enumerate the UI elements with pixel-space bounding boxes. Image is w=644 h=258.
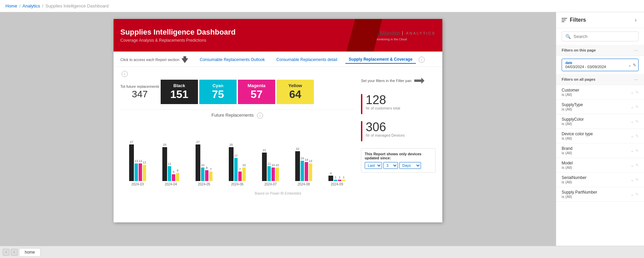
filters-header: Filters ›: [556, 12, 644, 28]
bar-cy-5: 15: [301, 157, 304, 181]
filter-item-serialnumber[interactable]: SerialNumber is (All) ⌄ ✎: [556, 173, 644, 187]
next-page-btn[interactable]: ›: [11, 249, 18, 256]
bar-group-3: 25 17 7 10 2024-06: [222, 123, 253, 186]
filters-title: Filters: [562, 17, 586, 23]
tab-consumable-detail[interactable]: Consumable Replacements detail: [273, 56, 340, 63]
bar-mg-0: 13: [139, 159, 142, 181]
tab-supply-coverage[interactable]: Supply Replacement & Coverage: [345, 56, 416, 64]
prev-page-btn[interactable]: ‹: [3, 249, 9, 256]
stat-magenta: Magenta 57: [238, 80, 275, 104]
bar-bk-4: 21: [262, 148, 267, 181]
bar-bk-2: 27: [196, 140, 200, 181]
bar-mg-6: 1: [338, 176, 341, 181]
bar-yw-2: 7: [209, 167, 213, 181]
breadcrumb-sep2: /: [42, 3, 43, 8]
filter-lines-icon: [562, 18, 567, 22]
bars-1: 25 11 5 6: [162, 123, 179, 181]
supplycolor-chevron: ⌄: [631, 120, 633, 123]
logo-analytics: ANALYTICS: [402, 31, 436, 35]
bar-bk-5: 22: [295, 147, 300, 181]
bar-yw-4: 10: [276, 163, 279, 181]
bars-2: 27 10 8 7: [196, 123, 213, 181]
bars-3: 25 17 7 10: [229, 123, 246, 181]
bar-cy-3: 17: [234, 154, 238, 181]
breadcrumb-home[interactable]: Home: [5, 3, 17, 8]
bars-6: 4 1 1 1: [328, 123, 345, 181]
serialnumber-chevron: ⌄: [631, 178, 633, 182]
dashboard-subtitle: Coverage Analysis & Replacements Predict…: [120, 38, 236, 43]
logo-brand: mps/Monitor: [366, 30, 400, 37]
this-page-actions: ···: [633, 47, 639, 53]
logo-bars: [354, 29, 362, 41]
customers-stat: 128 Nr of customers total: [361, 94, 436, 114]
breadcrumb-current: Supplies Intelligence Dashboard: [45, 3, 108, 8]
bar-group-6: 4 1 1 1 2024-09: [321, 123, 353, 186]
breadcrumb-sep1: /: [19, 3, 21, 8]
breadcrumb: Home / Analytics / Supplies Intelligence…: [0, 0, 644, 12]
breadcrumb-analytics[interactable]: Analytics: [22, 3, 40, 8]
supplycolor-lock: ✎: [636, 119, 639, 124]
bars-4: 21 11 10 10: [262, 123, 279, 181]
customers-values: 128 Nr of customers total: [366, 94, 400, 110]
days-unit-select[interactable]: Days Weeks: [399, 162, 421, 169]
bar-mg-1: 5: [172, 170, 175, 181]
right-panel: Set your filters in the Filter pan 128 N…: [361, 71, 436, 186]
filter-item-customer[interactable]: Customer is (All) ⌄ ✎: [556, 85, 644, 100]
filters-panel: Filters › 🔍 Filters on this page ··· dat…: [556, 12, 644, 258]
left-content: i Tot future replacements 347 Black 151: [120, 71, 354, 186]
nav-section: Click to access each Report section Cons…: [114, 52, 442, 67]
header-text: Supplies Intelligence Dashboard Coverage…: [120, 28, 236, 43]
date-filter[interactable]: date 04/03/2024 - 03/09/2024 ⌄ ✎: [562, 59, 639, 71]
filter-hint-arrow: [414, 78, 424, 84]
bar-group-0: 27 13 13 12 2024-03: [122, 123, 153, 186]
chart-info-icon[interactable]: i: [257, 113, 263, 119]
filter-item-supplytype[interactable]: SupplyType is (All) ⌄ ✎: [556, 100, 644, 114]
supplypartnumber-lock: ✎: [636, 192, 639, 197]
chart-section: Future Replacements i 27 13 13: [120, 110, 354, 186]
stat-black: Black 151: [161, 80, 198, 104]
update-controls: Last 3 7 14 30 Days Weeks: [365, 162, 432, 169]
dashboard-header: Supplies Intelligence Dashboard Coverage…: [114, 19, 442, 52]
last-select[interactable]: Last: [365, 162, 382, 169]
filter-item-supplypartnumber[interactable]: Supply PartNumber is (All) ⌄ ✎: [556, 187, 644, 202]
devicecolortype-chevron: ⌄: [631, 134, 633, 138]
search-box[interactable]: 🔍: [562, 32, 639, 41]
bar-cy-6: 1: [334, 176, 337, 181]
filters-collapse-button[interactable]: ›: [633, 16, 639, 24]
brand-chevron: ⌄: [631, 149, 633, 153]
logo-area: mps/Monitor ANALYTICS Printer Monitoring…: [354, 19, 436, 52]
filter-item-brand[interactable]: Brand is (All) ⌄ ✎: [556, 143, 644, 158]
all-pages-more-btn[interactable]: ···: [633, 77, 639, 82]
bar-group-1: 25 11 5 6 2024-04: [155, 123, 186, 186]
date-dropdown-btn[interactable]: ⌄: [628, 63, 631, 67]
date-edit-btn[interactable]: ✎: [633, 63, 636, 67]
brand-lock: ✎: [636, 148, 639, 153]
bar-cy-4: 11: [267, 162, 271, 181]
filter-item-model[interactable]: Model is (All) ⌄ ✎: [556, 158, 644, 173]
bars-5: 22 15 14 13: [295, 123, 312, 181]
supplytype-lock: ✎: [636, 105, 639, 109]
bar-group-5: 22 15 14 13 2024-08: [288, 123, 319, 186]
bar-bk-1: 25: [162, 143, 167, 181]
bar-bk-3: 25: [229, 143, 234, 181]
home-tab[interactable]: home: [19, 248, 41, 256]
bottom-bar: ‹ › home: [0, 246, 644, 258]
model-chevron: ⌄: [631, 163, 633, 167]
filter-hint: Set your filters in the Filter pan: [361, 78, 436, 84]
devices-bar: [361, 121, 362, 141]
down-arrow-icon: [181, 56, 188, 63]
search-icon: 🔍: [565, 34, 571, 39]
this-page-more-btn[interactable]: ···: [633, 47, 639, 53]
bar-mg-3: 7: [238, 167, 242, 181]
stat-yellow: Yellow 64: [277, 80, 314, 104]
stats-info-icon[interactable]: i: [122, 71, 128, 77]
filter-item-supplycolor[interactable]: SupplyColor is (All) ⌄ ✎: [556, 114, 644, 129]
filter-item-devicecolortype[interactable]: Device color type is (All) ⌄ ✎: [556, 129, 644, 143]
bars-0: 27 13 13 12: [129, 123, 146, 181]
days-count-select[interactable]: 3 7 14 30: [383, 162, 398, 169]
tab-info-icon[interactable]: i: [419, 57, 425, 63]
search-input[interactable]: [573, 34, 635, 39]
tab-consumable-outlook[interactable]: Consumable Replacements Outlook: [196, 56, 268, 63]
date-filter-controls: ⌄ ✎: [628, 63, 636, 67]
filter-items-list: Customer is (All) ⌄ ✎ SupplyType is (All…: [556, 85, 644, 202]
